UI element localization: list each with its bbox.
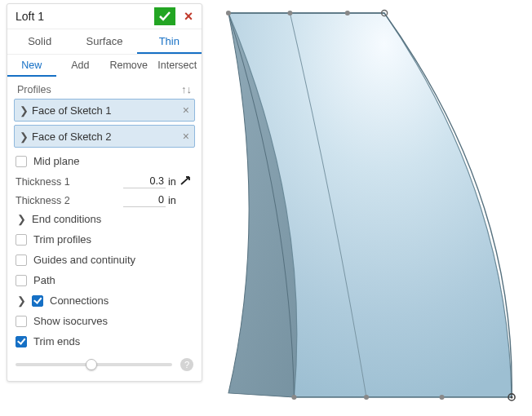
mid-plane-label: Mid plane [33,155,79,167]
operation-tabs: New Add Remove Intersect [7,54,202,77]
path-label: Path [33,274,55,286]
opacity-slider-row: ? [14,352,195,373]
path-row[interactable]: Path [14,270,195,290]
mode-tabs: Solid Surface Thin [7,29,202,54]
remove-profile-icon[interactable]: × [183,104,189,117]
check-icon [158,11,171,22]
subtab-remove[interactable]: Remove [104,55,153,77]
mid-plane-row[interactable]: Mid plane [14,151,195,171]
slider-knob[interactable] [86,359,97,370]
end-conditions-label: End conditions [32,213,101,225]
thickness2-label: Thickness 2 [16,195,123,206]
profile-label: Face of Sketch 2 [32,131,112,143]
thickness2-input[interactable]: 0 [123,193,166,207]
guides-label: Guides and continuity [33,254,135,266]
panel-header: Loft 1 × [7,4,202,29]
opacity-slider[interactable] [16,363,172,366]
thickness1-input[interactable]: 0.3 [123,175,166,188]
remove-profile-icon[interactable]: × [183,130,189,143]
tab-thin[interactable]: Thin [137,29,202,54]
connections-label: Connections [50,294,109,307]
checkbox-trim-profiles[interactable] [16,234,27,246]
trim-ends-label: Trim ends [33,335,80,347]
subtab-new[interactable]: New [7,55,56,77]
trim-profiles-label: Trim profiles [33,233,91,246]
checkbox-guides[interactable] [16,254,27,266]
panel-body: Profiles ↑↓ ❯ Face of Sketch 1 × ❯ Face … [7,77,202,381]
feature-title: Loft 1 [16,10,154,23]
profiles-header: Profiles ↑↓ [14,82,195,99]
tab-solid[interactable]: Solid [7,29,72,54]
reorder-icon[interactable]: ↑↓ [181,83,192,95]
3d-viewport[interactable] [211,3,525,409]
feature-panel: Loft 1 × Solid Surface Thin New Add Remo… [7,3,202,382]
svg-point-10 [511,396,513,398]
thickness1-unit: in [166,176,179,188]
chevron-icon: ❯ [20,104,29,117]
thickness2-unit: in [166,195,179,206]
profile-label: Face of Sketch 1 [32,104,112,117]
thickness1-row: Thickness 1 0.3 in [14,171,195,190]
checkbox-mid-plane[interactable] [16,156,27,167]
subtab-add[interactable]: Add [56,55,105,77]
show-isocurves-label: Show isocurves [33,315,108,327]
connections-row[interactable]: ❯ Connections [14,290,195,311]
checkbox-trim-ends[interactable] [16,336,27,347]
thickness2-row: Thickness 2 0 in [14,190,195,209]
show-isocurves-row[interactable]: Show isocurves [14,311,195,331]
checkbox-path[interactable] [16,275,27,286]
thickness1-label: Thickness 1 [16,176,123,188]
svg-point-3 [287,11,292,15]
profiles-label: Profiles [17,84,51,95]
profile-item[interactable]: ❯ Face of Sketch 1 × [14,99,195,122]
help-icon[interactable]: ? [180,358,193,371]
checkbox-connections[interactable] [32,295,43,307]
chevron-icon: ❯ [20,131,29,143]
svg-point-4 [345,11,350,15]
checkbox-show-isocurves[interactable] [16,316,27,327]
trim-profiles-row[interactable]: Trim profiles [14,229,195,250]
end-conditions-row[interactable]: ❯ End conditions [14,209,195,229]
profile-item[interactable]: ❯ Face of Sketch 2 × [14,125,195,148]
tab-surface[interactable]: Surface [72,29,136,54]
close-icon: × [184,8,193,25]
cancel-button[interactable]: × [180,8,197,24]
expand-icon[interactable]: ❯ [16,294,27,307]
svg-point-8 [440,395,445,400]
expand-icon[interactable]: ❯ [16,213,27,225]
svg-point-7 [364,395,369,400]
trim-ends-row[interactable]: Trim ends [14,331,195,352]
svg-point-6 [291,395,296,400]
loft-preview [211,3,525,409]
confirm-button[interactable] [154,7,175,25]
subtab-intersect[interactable]: Intersect [153,55,202,77]
flip-direction-icon[interactable] [179,175,193,188]
svg-point-2 [226,11,231,15]
guides-row[interactable]: Guides and continuity [14,250,195,270]
